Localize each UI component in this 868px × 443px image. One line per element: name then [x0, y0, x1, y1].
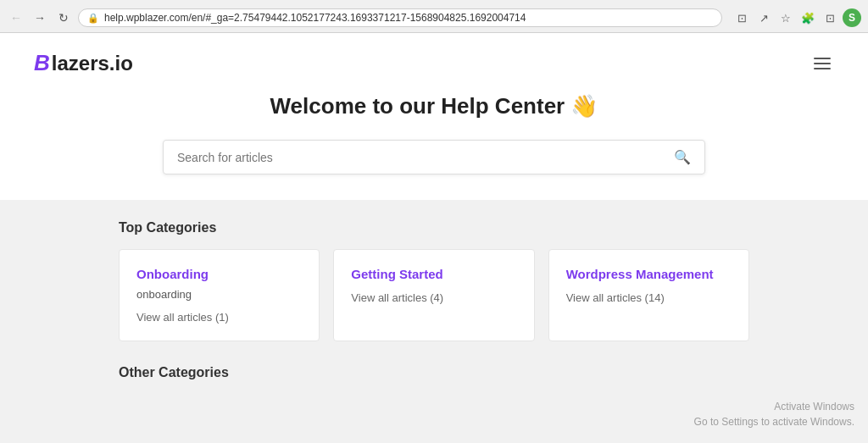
star-button[interactable]: ☆ [776, 8, 795, 27]
hamburger-line-2 [814, 63, 831, 64]
logo: Blazers.io [34, 50, 133, 76]
share-button[interactable]: ↗ [754, 8, 773, 27]
page-wrapper: Blazers.io Welcome to our Help Center 👋 … [0, 33, 868, 425]
search-icon: 🔍 [674, 149, 691, 165]
category-link-onboarding[interactable]: View all articles (1) [136, 311, 302, 324]
forward-button[interactable]: → [31, 8, 49, 27]
logo-rest: lazers.io [52, 52, 133, 75]
back-button[interactable]: ← [7, 8, 25, 27]
hero-section: Blazers.io Welcome to our Help Center 👋 … [0, 33, 868, 200]
top-categories-section: Top Categories Onboarding onboarding Vie… [119, 220, 749, 341]
profile-avatar[interactable]: S [843, 8, 861, 27]
search-bar-wrapper: 🔍 [146, 140, 722, 174]
categories-grid: Onboarding onboarding View all articles … [119, 249, 749, 341]
browser-chrome: ← → ↻ 🔒 help.wpblazer.com/en/#_ga=2.7547… [0, 0, 868, 33]
top-bar: Blazers.io [0, 50, 868, 76]
category-desc-onboarding: onboarding [136, 288, 302, 301]
browser-nav-bar: ← → ↻ 🔒 help.wpblazer.com/en/#_ga=2.7547… [7, 5, 861, 32]
search-input[interactable] [177, 151, 674, 164]
search-bar: 🔍 [163, 140, 705, 174]
other-categories-title: Other Categories [119, 365, 749, 380]
menu-button[interactable]: ⊡ [821, 8, 839, 27]
extensions-button[interactable]: 🧩 [798, 8, 817, 27]
hamburger-menu[interactable] [810, 54, 834, 73]
category-name-getting-started: Getting Started [351, 267, 516, 281]
category-card-getting-started[interactable]: Getting Started View all articles (4) [333, 249, 534, 341]
address-text: help.wpblazer.com/en/#_ga=2.75479442.105… [104, 12, 713, 24]
hamburger-line-1 [814, 58, 831, 59]
top-categories-title: Top Categories [119, 220, 749, 235]
category-name-onboarding: Onboarding [136, 267, 302, 281]
bookmark-button[interactable]: ⊡ [732, 8, 751, 27]
category-link-wordpress[interactable]: View all articles (14) [566, 291, 732, 304]
category-link-getting-started[interactable]: View all articles (4) [351, 291, 516, 304]
main-content: Top Categories Onboarding onboarding Vie… [0, 200, 868, 401]
category-card-wordpress[interactable]: Wordpress Management View all articles (… [548, 249, 749, 341]
logo-b: B [34, 50, 50, 76]
other-categories-section: Other Categories [119, 365, 749, 380]
category-name-wordpress: Wordpress Management [566, 267, 732, 281]
address-bar[interactable]: 🔒 help.wpblazer.com/en/#_ga=2.75479442.1… [78, 8, 722, 27]
refresh-button[interactable]: ↻ [54, 8, 73, 27]
hamburger-line-3 [814, 68, 831, 69]
browser-actions: ⊡ ↗ ☆ 🧩 ⊡ S [732, 8, 861, 27]
lock-icon: 🔒 [87, 13, 99, 24]
hero-title: Welcome to our Help Center 👋 [0, 93, 868, 119]
category-card-onboarding[interactable]: Onboarding onboarding View all articles … [119, 249, 320, 341]
